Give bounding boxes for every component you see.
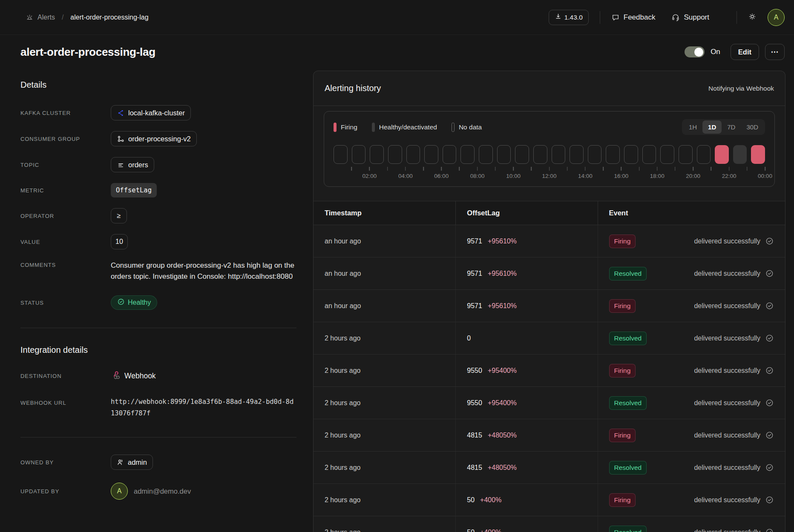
range-30d-button[interactable]: 30D (741, 120, 764, 134)
alert-enabled-toggle[interactable] (685, 46, 705, 57)
timeline-tick (369, 167, 370, 171)
history-row: 2 hours ago9550+95400%Firingdelivered su… (314, 355, 785, 387)
details-panel: Details KAFKA CLUSTER local-kafka-cluste… (20, 69, 296, 510)
field-topic: TOPIC orders (20, 157, 296, 172)
timeline-cell-empty[interactable] (570, 145, 584, 164)
offsetlag-value: 50 (467, 529, 475, 532)
timeline-cell-empty[interactable] (388, 145, 402, 164)
more-actions-button[interactable]: ⋯ (765, 44, 785, 60)
timeline-tick (675, 167, 676, 171)
row-timestamp: 2 hours ago (314, 516, 456, 532)
timeline-cell-empty[interactable] (334, 145, 348, 164)
timeline-cell-empty[interactable] (606, 145, 620, 164)
delivery-text: delivered successfully (694, 335, 760, 342)
delivery-status: delivered successfully (694, 301, 774, 310)
timeline-cell-empty[interactable] (370, 145, 384, 164)
range-1d-button[interactable]: 1D (702, 120, 722, 134)
row-timestamp: 2 hours ago (314, 484, 456, 516)
offsetlag-percent: +48050% (488, 464, 517, 472)
range-1h-button[interactable]: 1H (683, 120, 702, 134)
history-row: an hour ago9571+95610%Firingdelivered su… (314, 225, 785, 257)
user-avatar[interactable]: A (768, 9, 785, 26)
col-header-offsetlag: OffsetLag (456, 201, 598, 225)
timeline-tick (441, 167, 442, 171)
timeline-cell-healthy[interactable] (733, 145, 747, 164)
delivery-status: delivered successfully (694, 237, 774, 246)
timeline-cell-empty[interactable] (588, 145, 602, 164)
timeline-cell-empty[interactable] (352, 145, 366, 164)
field-operator: OPERATOR ≥ (20, 208, 296, 223)
status-badge: Healthy (111, 295, 157, 310)
timeline-tick (477, 167, 478, 171)
range-7d-button[interactable]: 7D (722, 120, 741, 134)
offsetlag-percent: +95400% (488, 367, 517, 375)
timeline-tick (549, 167, 550, 171)
updater-email: admin@demo.dev (134, 487, 191, 495)
timeline-cell-empty[interactable] (479, 145, 493, 164)
delivery-status: delivered successfully (694, 366, 774, 375)
breadcrumb-current: alert-order-processing-lag (70, 14, 148, 21)
row-event: Resolveddelivered successfully (598, 322, 785, 354)
row-event: Firingdelivered successfully (598, 225, 785, 257)
history-row: 2 hours ago50+400%Resolveddelivered succ… (314, 516, 785, 532)
history-table: Timestamp OffsetLag Event an hour ago957… (314, 201, 785, 532)
timeline-cell-empty[interactable] (424, 145, 438, 164)
timeline-cell-empty[interactable] (406, 145, 420, 164)
page-title: alert-order-processing-lag (20, 46, 155, 59)
timeline-cell-empty[interactable] (660, 145, 674, 164)
offsetlag-value: 50 (467, 496, 475, 504)
offsetlag-value: 9571 (467, 302, 482, 310)
timeline-cell-empty[interactable] (443, 145, 457, 164)
breadcrumb-alerts-link[interactable]: Alerts (37, 14, 55, 21)
delivery-status: delivered successfully (694, 269, 774, 278)
timeline-cell-firing[interactable] (751, 145, 765, 164)
timeline-cell-empty[interactable] (552, 145, 566, 164)
owner-name: admin (128, 458, 147, 466)
col-header-timestamp: Timestamp (314, 201, 456, 225)
timeline-label: 16:00 (614, 173, 628, 179)
event-badge-firing: Firing (609, 493, 636, 507)
page-header: alert-order-processing-lag On Edit ⋯ (0, 35, 794, 69)
delivery-text: delivered successfully (694, 399, 760, 407)
timeline-tick (513, 167, 514, 171)
timeline-cell-empty[interactable] (642, 145, 656, 164)
timeline-cell-empty[interactable] (624, 145, 638, 164)
history-row: 2 hours ago9550+95400%Resolveddelivered … (314, 387, 785, 419)
theme-toggle-button[interactable] (748, 12, 757, 22)
delivery-status: delivered successfully (694, 463, 774, 472)
timeline-cell-empty[interactable] (679, 145, 693, 164)
field-kafka-cluster: KAFKA CLUSTER local-kafka-cluster (20, 105, 296, 120)
timeline-cell-empty[interactable] (497, 145, 511, 164)
operator-value: ≥ (111, 208, 127, 223)
row-offsetlag: 0 (456, 322, 598, 354)
delivery-text: delivered successfully (694, 496, 760, 504)
timeline-cell-empty[interactable] (515, 145, 529, 164)
delivered-check-icon (765, 301, 774, 310)
field-label: KAFKA CLUSTER (20, 110, 111, 116)
kafka-cluster-pill[interactable]: local-kafka-cluster (111, 105, 191, 120)
delivered-check-icon (765, 528, 774, 532)
support-button[interactable]: Support (671, 13, 709, 22)
timeline-cell-empty[interactable] (460, 145, 475, 164)
delivered-check-icon (765, 463, 774, 472)
consumer-group-pill[interactable]: order-processing-v2 (111, 131, 197, 146)
timeline-cell-empty[interactable] (697, 145, 711, 164)
owner-pill[interactable]: admin (111, 455, 153, 470)
history-row: 2 hours ago4815+48050%Resolveddelivered … (314, 452, 785, 484)
field-label: OWNED BY (20, 459, 111, 466)
offsetlag-percent: +400% (480, 529, 501, 532)
timeline-tick (765, 167, 765, 171)
version-button[interactable]: 1.43.0 (549, 10, 589, 25)
divider (20, 437, 296, 438)
timeline-cell-firing[interactable] (715, 145, 729, 164)
delivered-check-icon (765, 431, 774, 440)
timeline-axis-labels: 02:0004:0006:0008:0010:0012:0014:0016:00… (334, 173, 765, 181)
field-label: UPDATED BY (20, 488, 111, 495)
divider (20, 328, 296, 328)
feedback-button[interactable]: Feedback (611, 13, 656, 22)
timeline-label: 04:00 (398, 173, 413, 179)
timeline-cell-empty[interactable] (533, 145, 547, 164)
edit-button[interactable]: Edit (731, 44, 759, 60)
topic-pill[interactable]: orders (111, 157, 154, 172)
delivered-check-icon (765, 495, 774, 504)
